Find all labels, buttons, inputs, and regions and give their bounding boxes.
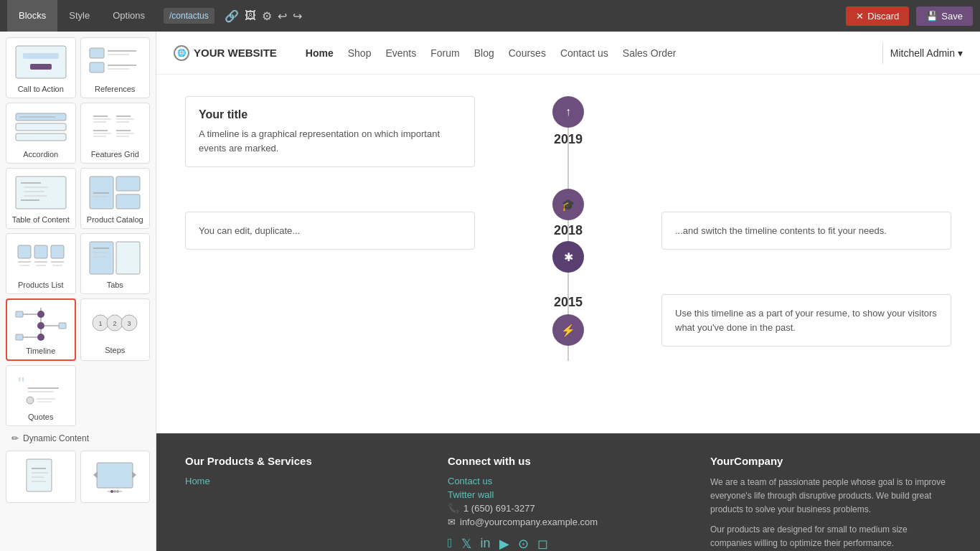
footer-link-contact[interactable]: Contact us bbox=[448, 476, 689, 486]
svg-point-51 bbox=[37, 311, 44, 318]
facebook-icon[interactable]:  bbox=[448, 536, 453, 551]
github-icon[interactable]: ⊙ bbox=[518, 536, 529, 551]
svg-point-82 bbox=[113, 490, 116, 493]
timeline-left-2018: You can edit, duplicate... bbox=[185, 212, 518, 250]
block-product-catalog[interactable]: Product Catalog bbox=[80, 168, 151, 229]
footer-col3-heading: YourCompany bbox=[710, 455, 951, 467]
tab-blocks[interactable]: Blocks bbox=[7, 0, 57, 32]
instagram-icon[interactable]: ◻ bbox=[537, 536, 548, 551]
block-tabs[interactable]: Tabs bbox=[80, 233, 151, 294]
svg-marker-79 bbox=[132, 471, 136, 479]
email-icon: ✉ bbox=[448, 517, 456, 527]
tab-options[interactable]: Options bbox=[101, 0, 156, 32]
block-label-cta: Call to Action bbox=[18, 85, 64, 93]
top-bar: Blocks Style Options /contactus 🔗 🖼 ⚙ ↩ … bbox=[0, 0, 980, 32]
timeline-icon-2018-right[interactable]: ✱ bbox=[552, 241, 584, 273]
dynamic-content-section[interactable]: ✏ Dynamic Content bbox=[6, 429, 150, 448]
footer-link-home[interactable]: Home bbox=[185, 476, 426, 486]
svg-rect-1 bbox=[23, 53, 59, 59]
nav-user[interactable]: Mitchell Admin ▾ bbox=[890, 47, 963, 59]
block-label-tabs: Tabs bbox=[107, 281, 123, 289]
timeline-right-2015: Use this timeline as a part of your resu… bbox=[618, 294, 951, 347]
svg-rect-77 bbox=[97, 463, 133, 488]
timeline-title-2019: Your title bbox=[199, 108, 461, 121]
svg-rect-46 bbox=[116, 242, 140, 274]
nav-blog[interactable]: Blog bbox=[474, 47, 494, 59]
block-call-to-action[interactable]: Call to Action bbox=[6, 37, 76, 98]
timeline-left-2019: Your title A timeline is a graphical rep… bbox=[185, 96, 518, 167]
site-navbar: 🌐 YOUR WEBSITE Home Shop Events Forum Bl… bbox=[156, 32, 980, 75]
main-layout: Call to Action References Accordion bbox=[0, 32, 980, 551]
footer-email: ✉ info@yourcompany.example.com bbox=[448, 517, 689, 527]
timeline-icon-2018-left[interactable]: 🎓 bbox=[552, 189, 584, 220]
nav-forum[interactable]: Forum bbox=[430, 47, 459, 59]
timeline-card-2018-right[interactable]: ...and switch the timeline contents to f… bbox=[661, 212, 951, 250]
user-name: Mitchell Admin bbox=[890, 47, 955, 59]
link-icon[interactable]: 🔗 bbox=[225, 9, 239, 23]
timeline-row-2018: You can edit, duplicate... 🎓 2018 ✱ ...a… bbox=[185, 189, 951, 273]
youtube-icon[interactable]: ▶ bbox=[499, 536, 509, 551]
nav-contact[interactable]: Contact us bbox=[560, 47, 608, 59]
nav-sales-order[interactable]: Sales Order bbox=[623, 47, 677, 59]
block-accordion[interactable]: Accordion bbox=[6, 103, 76, 164]
block-thumb-features-grid bbox=[86, 108, 143, 147]
block-thumb-steps: 1 2 3 bbox=[86, 303, 143, 343]
block-references[interactable]: References bbox=[80, 37, 151, 98]
svg-rect-3 bbox=[90, 48, 104, 58]
block-thumb-accordion bbox=[12, 108, 70, 147]
block-features-grid[interactable]: Features Grid bbox=[80, 103, 151, 164]
discard-label: Discard bbox=[867, 11, 899, 22]
timeline-body-2018-left: You can edit, duplicate... bbox=[199, 224, 461, 238]
svg-rect-6 bbox=[90, 62, 104, 72]
block-thumb-carousel bbox=[86, 456, 143, 495]
footer-link-twitter-wall[interactable]: Twitter wall bbox=[448, 489, 689, 500]
settings-icon[interactable]: ⚙ bbox=[262, 9, 272, 23]
block-products-list[interactable]: Products List bbox=[6, 233, 76, 294]
block-label-toc: Table of Content bbox=[12, 215, 70, 224]
timeline-card-2019[interactable]: Your title A timeline is a graphical rep… bbox=[185, 96, 475, 167]
block-carousel[interactable] bbox=[80, 451, 151, 503]
block-table-of-content[interactable]: Table of Content bbox=[6, 168, 76, 229]
timeline-card-2018-left[interactable]: You can edit, duplicate... bbox=[185, 212, 475, 250]
website-area: 🌐 YOUR WEBSITE Home Shop Events Forum Bl… bbox=[156, 32, 980, 551]
timeline-icon-2015[interactable]: ⚡ bbox=[552, 314, 584, 346]
timeline-body-2018-right: ...and switch the timeline contents to f… bbox=[675, 224, 938, 238]
svg-rect-37 bbox=[34, 245, 47, 258]
timeline-icon-2019[interactable]: ↑ bbox=[552, 96, 584, 128]
svg-rect-45 bbox=[90, 242, 113, 274]
nav-shop[interactable]: Shop bbox=[348, 47, 372, 59]
svg-rect-35 bbox=[116, 194, 140, 209]
timeline-year-2015: 2015 bbox=[554, 295, 583, 310]
timeline-center-2015: 2015 ⚡ bbox=[518, 295, 618, 346]
block-document[interactable] bbox=[6, 451, 76, 503]
timeline-container: Your title A timeline is a graphical rep… bbox=[185, 96, 951, 361]
timeline-right-2018: ...and switch the timeline contents to f… bbox=[618, 212, 951, 250]
block-thumb-cta bbox=[12, 42, 70, 82]
timeline-body-2015: Use this timeline as a part of your resu… bbox=[675, 306, 938, 334]
block-label-quotes: Quotes bbox=[28, 413, 53, 421]
redo-icon[interactable]: ↪ bbox=[293, 9, 302, 23]
nav-events[interactable]: Events bbox=[385, 47, 416, 59]
undo-icon[interactable]: ↩ bbox=[278, 9, 287, 23]
svg-rect-53 bbox=[16, 311, 23, 317]
top-bar-tabs: Blocks Style Options bbox=[7, 0, 156, 32]
magic-icon: ✏ bbox=[11, 433, 19, 443]
twitter-icon[interactable]: 𝕏 bbox=[461, 536, 472, 551]
timeline-card-2015[interactable]: Use this timeline as a part of your resu… bbox=[661, 294, 951, 347]
linkedin-icon[interactable]: in bbox=[481, 536, 491, 551]
tab-style[interactable]: Style bbox=[57, 0, 101, 32]
svg-text:3: 3 bbox=[128, 320, 131, 327]
block-label-product-catalog: Product Catalog bbox=[87, 215, 143, 224]
block-steps[interactable]: 1 2 3 Steps bbox=[80, 298, 151, 361]
block-timeline[interactable]: Timeline bbox=[6, 298, 76, 361]
phone-icon: 📞 bbox=[448, 503, 459, 514]
image-icon[interactable]: 🖼 bbox=[245, 9, 256, 22]
block-quotes[interactable]: " Quotes bbox=[6, 365, 76, 426]
block-label-products-list: Products List bbox=[18, 281, 64, 289]
discard-button[interactable]: ✕ Discard bbox=[846, 6, 909, 26]
save-button[interactable]: 💾 Save bbox=[916, 6, 973, 26]
svg-rect-72 bbox=[27, 459, 52, 491]
nav-courses[interactable]: Courses bbox=[509, 47, 546, 59]
timeline-row-2015: 2015 ⚡ Use this timeline as a part of yo… bbox=[185, 294, 951, 347]
nav-home[interactable]: Home bbox=[306, 47, 334, 59]
